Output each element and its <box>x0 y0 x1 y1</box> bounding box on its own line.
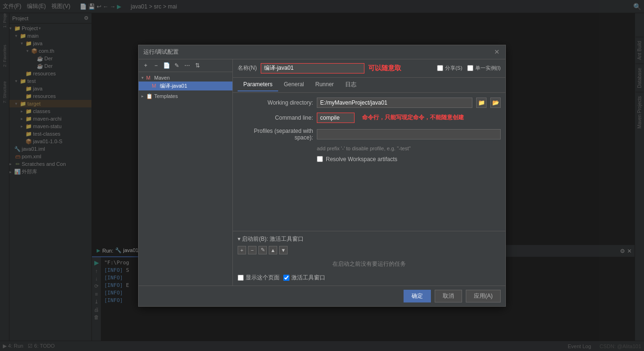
dlg-working-dir-input[interactable] <box>317 98 472 108</box>
dlg-add-btn[interactable]: + <box>141 61 150 70</box>
dlg-activate-tool-group: 激活工具窗口 <box>283 274 325 282</box>
templates-icon: 📋 <box>146 93 153 99</box>
dialog-buttons: 确定 取消 应用(A) <box>139 286 505 306</box>
dlg-show-page-label: 显示这个页面 <box>246 274 280 282</box>
dlg-working-dir-open-btn[interactable]: 📂 <box>490 98 501 108</box>
dlg-before-add-btn[interactable]: + <box>238 246 246 254</box>
dlg-before-toolbar: + − ✎ ▲ ▼ <box>238 246 501 254</box>
dlg-before-launch-header[interactable]: ▾ 启动前(B): 激活工具窗口 <box>238 235 501 243</box>
dlg-resolve-workspace-checkbox[interactable] <box>317 156 323 162</box>
dlg-apply-btn[interactable]: 应用(A) <box>466 290 501 302</box>
dlg-resolve-workspace-row: Resolve Workspace artifacts <box>317 156 501 163</box>
dlg-tree[interactable]: ▾ M Maven M 编译-java01 ▸ 📋 <box>139 72 232 286</box>
dlg-show-page-group: 显示这个页面 <box>238 274 280 282</box>
dlg-working-dir-row: Working directory: 📁 📂 <box>238 98 501 108</box>
dlg-activate-tool-checkbox[interactable] <box>283 275 289 281</box>
dlg-share-label: 分享(S) <box>445 65 462 72</box>
dlg-form: Working directory: 📁 📂 Command line: 命令行… <box>233 93 505 231</box>
dlg-tab-general[interactable]: General <box>278 78 310 91</box>
dlg-before-launch: ▾ 启动前(B): 激活工具窗口 + − ✎ ▲ ▼ 在启动之前没有要运行的任务… <box>233 231 505 286</box>
dlg-resolve-workspace-label: Resolve Workspace artifacts <box>326 156 397 163</box>
dlg-profiles-input[interactable] <box>317 129 501 139</box>
dlg-tab-runner[interactable]: Runner <box>310 78 339 91</box>
dlg-profiles-row: Profiles (separated with space): <box>238 128 501 141</box>
dlg-right-panel: 名称(N) 可以随意取 分享(S) 单一实例(I) <box>233 59 505 286</box>
maven-arrow: ▾ <box>141 75 146 80</box>
dlg-command-line-hint: 命令行，只能写现定命令，不能随意创建 <box>362 114 464 122</box>
dlg-left-panel: + − 📄 ✎ ⋯ ⇅ ▾ M Maven <box>139 59 233 286</box>
dlg-name-hint: 可以随意取 <box>368 64 401 73</box>
dlg-more-btn[interactable]: ⋯ <box>183 61 191 70</box>
dlg-edit-btn[interactable]: ✎ <box>173 61 181 70</box>
dlg-before-remove-btn[interactable]: − <box>248 246 256 254</box>
dlg-tree-maven[interactable]: ▾ M Maven <box>139 74 232 82</box>
dlg-share-group: 分享(S) <box>437 65 462 72</box>
dlg-sort-btn[interactable]: ⇅ <box>193 61 202 70</box>
dlg-single-instance-checkbox[interactable] <box>467 65 473 71</box>
dlg-command-line-row: Command line: 命令行，只能写现定命令，不能随意创建 <box>238 113 501 123</box>
dlg-ok-btn[interactable]: 确定 <box>404 290 431 302</box>
dlg-single-instance-label: 单一实例(I) <box>475 65 501 72</box>
dialog-body: + − 📄 ✎ ⋯ ⇅ ▾ M Maven <box>139 59 505 286</box>
dlg-tab-parameters[interactable]: Parameters <box>238 78 278 91</box>
dlg-command-line-label: Command line: <box>238 114 313 121</box>
dialog-title-bar: 运行/调试配置 ✕ <box>139 45 505 59</box>
dialog-title: 运行/调试配置 <box>143 48 179 56</box>
dlg-command-line-input[interactable] <box>317 113 355 123</box>
dlg-before-footer: 显示这个页面 激活工具窗口 <box>238 274 501 282</box>
dlg-working-dir-browse-btn[interactable]: 📁 <box>476 98 487 108</box>
dlg-working-dir-label: Working directory: <box>238 99 313 106</box>
run-debug-dialog: 运行/调试配置 ✕ + − 📄 ✎ ⋯ ⇅ ▾ M <box>138 45 506 307</box>
dlg-before-empty: 在启动之前没有要运行的任务 <box>238 257 501 271</box>
dlg-show-page-checkbox[interactable] <box>238 275 244 281</box>
dlg-tab-log[interactable]: 日志 <box>339 78 362 92</box>
dialog-overlay: 运行/调试配置 ✕ + − 📄 ✎ ⋯ ⇅ ▾ M <box>0 0 644 351</box>
dlg-before-up-btn[interactable]: ▲ <box>269 246 277 254</box>
dialog-close-icon[interactable]: ✕ <box>493 48 501 56</box>
dlg-activate-tool-label: 激活工具窗口 <box>291 274 325 282</box>
templates-label: Templates <box>154 93 178 99</box>
dlg-name-row: 名称(N) 可以随意取 分享(S) 单一实例(I) <box>233 59 505 78</box>
dlg-copy-btn[interactable]: 📄 <box>162 61 171 70</box>
dlg-name-input[interactable] <box>261 63 364 73</box>
templates-arrow: ▸ <box>141 94 146 98</box>
dlg-before-launch-label: ▾ 启动前(B): 激活工具窗口 <box>238 235 304 243</box>
dlg-profiles-hint: add prefix '-' to disable profile, e.g. … <box>317 146 501 151</box>
dlg-left-toolbar: + − 📄 ✎ ⋯ ⇅ <box>139 59 232 72</box>
dlg-before-edit-btn[interactable]: ✎ <box>258 246 267 254</box>
dlg-tree-templates[interactable]: ▸ 📋 Templates <box>139 92 232 100</box>
dlg-tree-bianyijava01[interactable]: M 编译-java01 <box>139 82 232 90</box>
bianyijava01-label: 编译-java01 <box>160 82 187 90</box>
dlg-single-instance-group: 单一实例(I) <box>467 65 501 72</box>
dlg-remove-btn[interactable]: − <box>152 61 160 70</box>
maven-label: Maven <box>154 75 170 81</box>
dlg-tabs: Parameters General Runner 日志 <box>233 78 505 93</box>
dlg-share-checkbox[interactable] <box>437 65 443 71</box>
dlg-cancel-btn[interactable]: 取消 <box>435 290 462 302</box>
dlg-before-down-btn[interactable]: ▼ <box>279 246 288 254</box>
dlg-name-label: 名称(N) <box>238 64 257 72</box>
bianyijava01-icon: M <box>152 83 158 89</box>
dlg-profiles-label: Profiles (separated with space): <box>238 128 313 141</box>
maven-icon: M <box>146 75 153 81</box>
